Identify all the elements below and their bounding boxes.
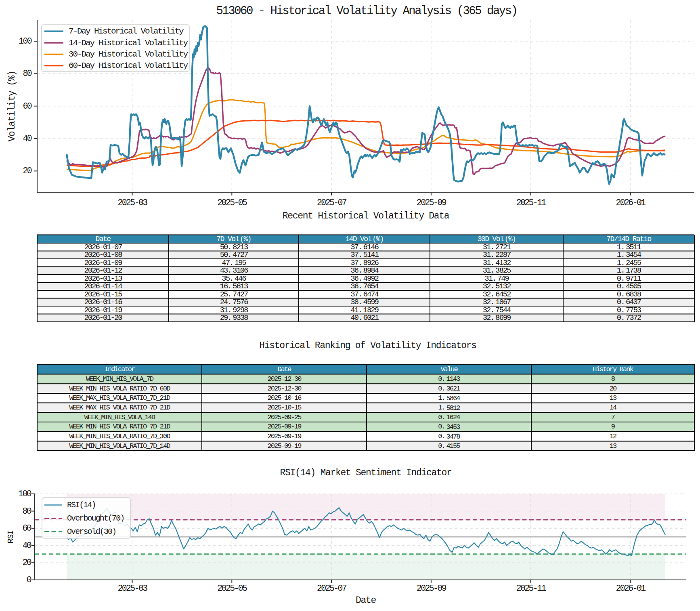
svg-text:2025-09-19: 2025-09-19 <box>267 423 302 430</box>
svg-text:80: 80 <box>23 69 31 78</box>
svg-text:13: 13 <box>610 394 617 402</box>
svg-text:20: 20 <box>22 558 31 567</box>
svg-text:100: 100 <box>19 36 32 46</box>
svg-text:1.5864: 1.5864 <box>438 394 460 402</box>
svg-text:1.5812: 1.5812 <box>438 404 460 412</box>
svg-text:7-Day Historical Volatility: 7-Day Historical Volatility <box>69 27 184 36</box>
svg-text:WEEK_MAX_HIS_VOLA_RATIO_7D_21D: WEEK_MAX_HIS_VOLA_RATIO_7D_21D <box>69 394 170 402</box>
svg-text:Overbought(70): Overbought(70) <box>67 514 124 523</box>
svg-text:0.1624: 0.1624 <box>438 414 460 421</box>
svg-text:0.3621: 0.3621 <box>438 385 460 393</box>
svg-text:40.6021: 40.6021 <box>350 313 379 322</box>
svg-text:12: 12 <box>610 433 616 440</box>
svg-text:Volatility (%): Volatility (%) <box>7 71 17 141</box>
svg-text:RSI(14): RSI(14) <box>67 500 96 510</box>
svg-text:2026-01: 2026-01 <box>616 198 646 208</box>
svg-text:0: 0 <box>27 575 31 585</box>
svg-text:40: 40 <box>22 541 31 550</box>
svg-text:WEEK_MAX_HIS_VOLA_RATIO_7D_21D: WEEK_MAX_HIS_VOLA_RATIO_7D_21D <box>69 404 170 412</box>
svg-text:0.3453: 0.3453 <box>438 423 460 430</box>
svg-text:WEEK_MIN_HIS_VOLA_RATIO_7D_60D: WEEK_MIN_HIS_VOLA_RATIO_7D_60D <box>69 385 170 393</box>
svg-text:2025-09: 2025-09 <box>417 198 446 208</box>
svg-text:2025-09-25: 2025-09-25 <box>267 414 302 421</box>
svg-text:14-Day Historical Volatility: 14-Day Historical Volatility <box>69 38 188 48</box>
svg-text:0.1143: 0.1143 <box>438 375 460 383</box>
svg-text:7D/14D Ratio: 7D/14D Ratio <box>606 235 651 243</box>
svg-text:RSI: RSI <box>6 530 15 543</box>
svg-text:60: 60 <box>23 101 31 111</box>
svg-text:60-Day Historical Volatility: 60-Day Historical Volatility <box>69 61 188 70</box>
svg-text:30D Vol(%): 30D Vol(%) <box>478 235 516 243</box>
svg-text:20: 20 <box>23 166 31 176</box>
svg-text:14: 14 <box>610 404 617 412</box>
svg-text:0.3478: 0.3478 <box>438 433 460 440</box>
svg-text:2025-10-15: 2025-10-15 <box>267 404 302 412</box>
svg-text:0.4155: 0.4155 <box>438 442 460 450</box>
svg-text:13: 13 <box>610 442 617 450</box>
svg-text:60: 60 <box>22 523 31 533</box>
svg-text:2025-11: 2025-11 <box>516 198 546 208</box>
svg-text:Indicator: Indicator <box>105 365 135 373</box>
svg-text:7: 7 <box>611 414 615 421</box>
svg-text:Historical Ranking of Volatili: Historical Ranking of Volatility Indicat… <box>259 340 476 351</box>
svg-text:14D Vol(%): 14D Vol(%) <box>345 235 384 243</box>
svg-text:Date: Date <box>96 235 111 243</box>
svg-text:2025-09: 2025-09 <box>417 584 446 593</box>
svg-text:Value: Value <box>440 365 458 373</box>
svg-text:2026-01: 2026-01 <box>616 584 646 593</box>
svg-text:WEEK_MIN_HIS_VOLA_RATIO_7D_21D: WEEK_MIN_HIS_VOLA_RATIO_7D_21D <box>69 423 170 430</box>
svg-text:2025-09-19: 2025-09-19 <box>267 433 302 440</box>
svg-text:2025-12-30: 2025-12-30 <box>267 375 302 383</box>
svg-text:RSI(14) Market Sentiment Indic: RSI(14) Market Sentiment Indicator <box>280 468 451 478</box>
svg-text:WEEK_MIN_HIS_VOLA_RATIO_7D_30D: WEEK_MIN_HIS_VOLA_RATIO_7D_30D <box>69 433 170 440</box>
svg-text:513060 - Historical Volatility: 513060 - Historical Volatility Analysis … <box>216 4 517 18</box>
svg-text:2025-05: 2025-05 <box>217 584 247 593</box>
svg-text:2025-11: 2025-11 <box>516 584 546 593</box>
svg-text:History Rank: History Rank <box>593 365 633 373</box>
svg-text:32.8699: 32.8699 <box>483 313 511 322</box>
svg-text:20: 20 <box>610 385 617 393</box>
svg-text:Date: Date <box>277 365 291 373</box>
svg-text:2026-01-20: 2026-01-20 <box>84 313 122 322</box>
svg-text:7D Vol(%): 7D Vol(%) <box>216 235 251 243</box>
svg-text:2025-07: 2025-07 <box>317 584 347 593</box>
svg-text:100: 100 <box>18 489 31 499</box>
svg-text:2025-09-19: 2025-09-19 <box>267 442 302 450</box>
svg-text:2025-10-16: 2025-10-16 <box>267 394 302 402</box>
svg-text:WEEK_MIN_HIS_VOLA_RATIO_7D_14D: WEEK_MIN_HIS_VOLA_RATIO_7D_14D <box>69 442 170 450</box>
svg-text:Oversold(30): Oversold(30) <box>67 527 116 536</box>
svg-text:2025-03: 2025-03 <box>117 198 147 208</box>
svg-text:2025-12-30: 2025-12-30 <box>267 385 302 393</box>
svg-text:WEEK_MIN_HIS_VOLA_7D: WEEK_MIN_HIS_VOLA_7D <box>86 375 154 383</box>
svg-text:Recent Historical Volatility D: Recent Historical Volatility Data <box>283 211 450 221</box>
svg-text:80: 80 <box>22 506 31 516</box>
svg-text:2025-07: 2025-07 <box>317 198 347 208</box>
svg-text:30-Day Historical Volatility: 30-Day Historical Volatility <box>69 50 188 59</box>
svg-text:0.7372: 0.7372 <box>617 313 641 322</box>
svg-text:WEEK_MIN_HIS_VOLA_14D: WEEK_MIN_HIS_VOLA_14D <box>84 414 155 421</box>
svg-text:2025-05: 2025-05 <box>217 198 247 208</box>
svg-text:29.9338: 29.9338 <box>220 313 248 322</box>
svg-text:Date: Date <box>356 595 376 606</box>
svg-text:40: 40 <box>23 134 31 143</box>
svg-text:2025-03: 2025-03 <box>117 584 147 593</box>
